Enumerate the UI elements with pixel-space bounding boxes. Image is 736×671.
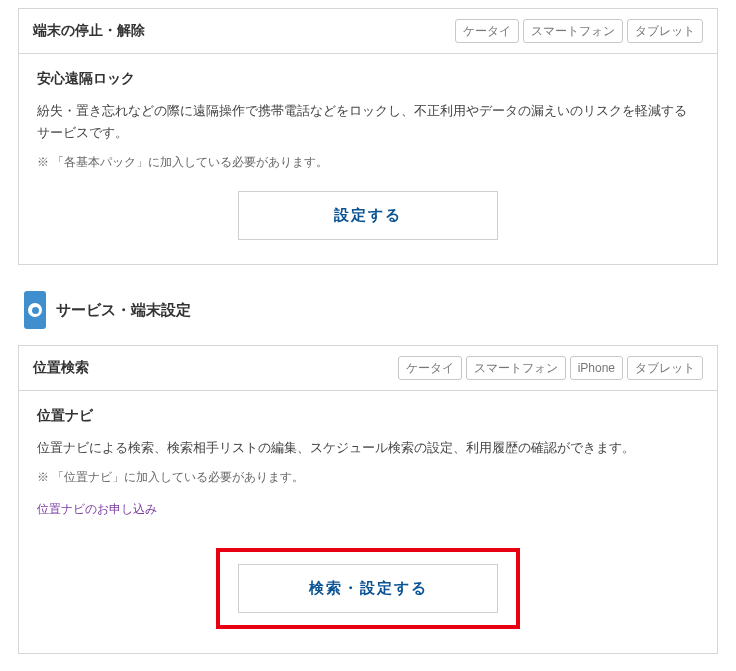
card-terminal-stop: 端末の停止・解除 ケータイ スマートフォン タブレット 安心遠隔ロック 紛失・置… xyxy=(18,8,718,265)
badge-tablet: タブレット xyxy=(627,356,703,380)
card-header: 端末の停止・解除 ケータイ スマートフォン タブレット xyxy=(19,9,717,54)
service-subtitle: 安心遠隔ロック xyxy=(37,70,699,88)
device-badges: ケータイ スマートフォン iPhone タブレット xyxy=(398,356,703,380)
gear-icon xyxy=(28,303,42,317)
card-body: 安心遠隔ロック 紛失・置き忘れなどの際に遠隔操作で携帯電話などをロックし、不正利… xyxy=(19,54,717,264)
service-subtitle: 位置ナビ xyxy=(37,407,699,425)
phone-settings-icon xyxy=(24,291,46,329)
service-note: ※ 「各基本パック」に加入している必要があります。 xyxy=(37,154,699,171)
card-header-title: 位置検索 xyxy=(33,359,89,377)
card-body: 位置ナビ 位置ナビによる検索、検索相手リストの編集、スケジュール検索の設定、利用… xyxy=(19,391,717,653)
badge-tablet: タブレット xyxy=(627,19,703,43)
badge-iphone: iPhone xyxy=(570,356,623,380)
search-configure-button[interactable]: 検索・設定する xyxy=(238,564,498,613)
badge-keitai: ケータイ xyxy=(455,19,519,43)
service-note: ※ 「位置ナビ」に加入している必要があります。 xyxy=(37,469,699,486)
button-row: 検索・設定する xyxy=(37,548,699,629)
service-description: 位置ナビによる検索、検索相手リストの編集、スケジュール検索の設定、利用履歴の確認… xyxy=(37,437,699,459)
apply-link[interactable]: 位置ナビのお申し込み xyxy=(37,501,157,518)
card-header-title: 端末の停止・解除 xyxy=(33,22,145,40)
badge-smartphone: スマートフォン xyxy=(466,356,566,380)
card-location-search: 位置検索 ケータイ スマートフォン iPhone タブレット 位置ナビ 位置ナビ… xyxy=(18,345,718,654)
badge-keitai: ケータイ xyxy=(398,356,462,380)
button-row: 設定する xyxy=(37,191,699,240)
section-heading: サービス・端末設定 xyxy=(24,291,718,329)
badge-smartphone: スマートフォン xyxy=(523,19,623,43)
device-badges: ケータイ スマートフォン タブレット xyxy=(455,19,703,43)
card-header: 位置検索 ケータイ スマートフォン iPhone タブレット xyxy=(19,346,717,391)
configure-button[interactable]: 設定する xyxy=(238,191,498,240)
service-description: 紛失・置き忘れなどの際に遠隔操作で携帯電話などをロックし、不正利用やデータの漏え… xyxy=(37,100,699,144)
highlight-box: 検索・設定する xyxy=(216,548,520,629)
section-heading-title: サービス・端末設定 xyxy=(56,301,191,320)
